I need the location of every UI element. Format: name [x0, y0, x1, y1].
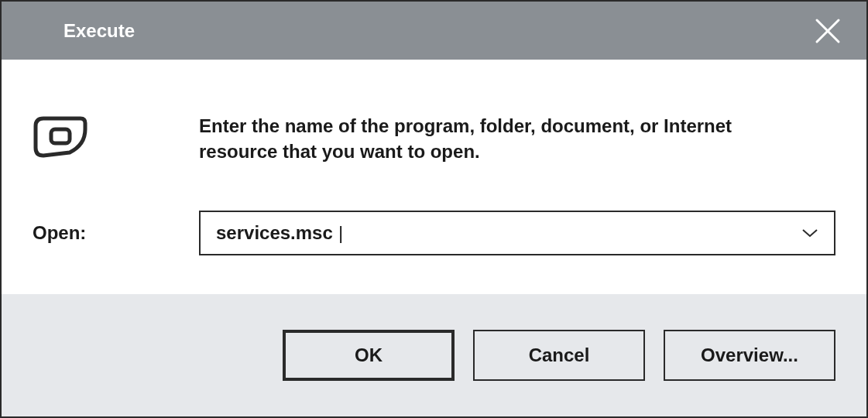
open-value: services.msc	[216, 222, 333, 244]
dialog-title: Execute	[63, 20, 135, 42]
close-button[interactable]	[814, 17, 842, 45]
chevron-down-icon	[801, 228, 818, 238]
icon-column	[33, 114, 199, 159]
overview-button[interactable]: Overview...	[664, 330, 835, 381]
svg-rect-2	[51, 129, 70, 143]
titlebar: Execute	[2, 2, 866, 60]
dialog-footer: OK Cancel Overview...	[2, 294, 866, 416]
ok-button[interactable]: OK	[283, 330, 455, 381]
open-label: Open:	[33, 222, 199, 244]
dialog-content: Enter the name of the program, folder, d…	[2, 60, 866, 294]
text-cursor: |	[338, 222, 343, 244]
instruction-row: Enter the name of the program, folder, d…	[33, 114, 835, 164]
cancel-button[interactable]: Cancel	[473, 330, 645, 381]
instruction-text: Enter the name of the program, folder, d…	[199, 114, 772, 164]
run-icon	[33, 115, 88, 159]
run-dialog: Execute Enter the name of the program, f…	[0, 0, 868, 418]
open-combobox[interactable]: services.msc |	[199, 211, 835, 255]
open-row: Open: services.msc |	[33, 211, 835, 255]
close-icon	[814, 17, 842, 45]
